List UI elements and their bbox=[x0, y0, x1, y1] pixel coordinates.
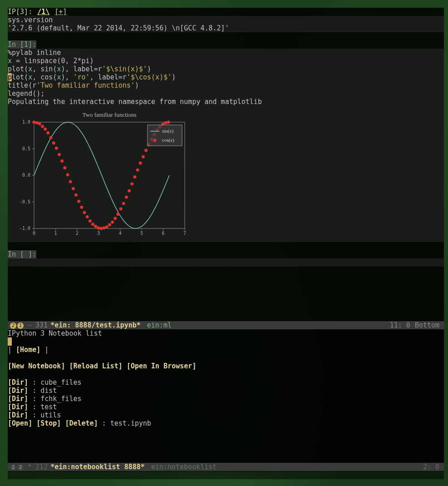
dir-label: [Dir] bbox=[8, 403, 28, 411]
svg-text:7: 7 bbox=[183, 231, 186, 236]
separator: — bbox=[24, 321, 35, 329]
svg-point-68 bbox=[144, 149, 148, 152]
separator: : bbox=[28, 378, 40, 387]
notebooklist-pane[interactable]: IPython 3 Notebook list | [Home] | [New … bbox=[8, 329, 444, 463]
svg-point-50 bbox=[94, 225, 97, 228]
svg-point-40 bbox=[66, 173, 69, 176]
output-text: '2.7.6 (default, Mar 22 2014, 22:59:56) … bbox=[8, 24, 444, 32]
reload-list-button[interactable]: [Reload List] bbox=[69, 362, 122, 370]
text-cursor bbox=[8, 337, 12, 346]
dir-name[interactable]: dist bbox=[40, 387, 57, 395]
code-line[interactable]: legend(); bbox=[8, 89, 444, 98]
cursor-position: 2: 0 bbox=[423, 463, 444, 471]
svg-point-44 bbox=[77, 200, 80, 203]
cursor-position: 11: 0 bbox=[390, 321, 415, 329]
svg-point-41 bbox=[69, 180, 72, 183]
code-line[interactable]: plot(x, sin(x), label=r'$\sin(x)$') bbox=[8, 65, 444, 73]
dir-name[interactable]: cube_files bbox=[40, 378, 81, 387]
major-mode: ein:ml bbox=[143, 321, 175, 329]
svg-text:4: 4 bbox=[119, 231, 122, 236]
tab-add-button[interactable]: [+] bbox=[54, 8, 67, 16]
svg-point-30 bbox=[38, 122, 41, 125]
svg-point-31 bbox=[41, 125, 44, 128]
svg-point-61 bbox=[125, 195, 128, 198]
svg-point-37 bbox=[58, 153, 61, 156]
svg-text:sin(x): sin(x) bbox=[162, 128, 173, 134]
dir-label: [Dir] bbox=[8, 395, 28, 403]
list-item[interactable]: [Dir] : dist bbox=[8, 387, 444, 395]
svg-point-67 bbox=[142, 155, 145, 159]
svg-text:Two familiar functions: Two familiar functions bbox=[83, 111, 137, 118]
dir-name[interactable]: fchk_files bbox=[40, 395, 81, 403]
scroll-position: Bottom bbox=[415, 321, 444, 329]
open-in-browser-button[interactable]: [Open In Browser] bbox=[127, 362, 197, 370]
delete-notebook-button[interactable]: [Delete] bbox=[65, 419, 98, 427]
svg-text:2: 2 bbox=[76, 231, 79, 236]
svg-point-59 bbox=[119, 207, 123, 210]
separator: : bbox=[28, 411, 40, 419]
new-notebook-button[interactable]: [New Notebook] bbox=[8, 362, 65, 370]
major-mode: ein:notebooklist bbox=[148, 463, 221, 471]
svg-point-63 bbox=[130, 182, 133, 185]
cell-in-label: In [1]: bbox=[8, 40, 36, 49]
status-indicator-icon: 2 bbox=[10, 464, 16, 471]
svg-point-45 bbox=[80, 206, 83, 209]
separator: : bbox=[28, 387, 40, 395]
svg-point-57 bbox=[113, 217, 117, 220]
dir-name[interactable]: utils bbox=[40, 411, 61, 419]
svg-text:3: 3 bbox=[97, 231, 100, 236]
buffer-name: *ein:notebooklist 8888* bbox=[48, 463, 148, 471]
statusbar-bottom: 22 * 212 *ein:notebooklist 8888* ein:not… bbox=[8, 463, 444, 471]
svg-text:0.5: 0.5 bbox=[22, 146, 30, 151]
notebook-filename[interactable]: test.ipynb bbox=[110, 419, 151, 427]
home-link[interactable]: [Home] bbox=[16, 346, 40, 354]
svg-text:cos(x): cos(x) bbox=[162, 137, 174, 143]
svg-point-75 bbox=[164, 121, 167, 124]
empty-cell[interactable] bbox=[8, 258, 444, 267]
output-text: sys.version bbox=[8, 16, 444, 24]
code-line[interactable]: title(r'Two familiar functions') bbox=[8, 81, 444, 89]
dir-label: [Dir] bbox=[8, 387, 28, 395]
dir-label: [Dir] bbox=[8, 378, 28, 387]
svg-point-53 bbox=[103, 226, 106, 229]
notebook-pane[interactable]: sys.version '2.7.6 (default, Mar 22 2014… bbox=[8, 16, 444, 321]
buffer-name: *ein: 8888/test.ipynb* bbox=[48, 321, 143, 329]
dir-name[interactable]: test bbox=[40, 403, 57, 411]
svg-text:1.0: 1.0 bbox=[22, 119, 30, 124]
svg-point-38 bbox=[60, 159, 64, 163]
line-count: 212 bbox=[35, 463, 48, 471]
plot-output: Two familiar functions01234567-1.0-0.50.… bbox=[8, 106, 444, 242]
minibuffer[interactable] bbox=[8, 471, 444, 479]
tab-active[interactable]: /1\ bbox=[37, 8, 49, 16]
svg-point-55 bbox=[108, 223, 111, 226]
list-item[interactable]: [Dir] : fchk_files bbox=[8, 395, 444, 403]
stop-notebook-button[interactable]: [Stop] bbox=[36, 419, 61, 427]
svg-text:0.0: 0.0 bbox=[22, 173, 30, 178]
svg-point-49 bbox=[91, 223, 94, 226]
status-indicator-icon: 1 bbox=[17, 322, 24, 329]
code-line[interactable]: %pylab inline bbox=[8, 49, 444, 57]
svg-point-58 bbox=[116, 213, 119, 216]
status-indicator-icon: 2 bbox=[10, 322, 16, 329]
code-line[interactable]: x = linspace(0, 2*pi) bbox=[8, 57, 444, 65]
svg-point-36 bbox=[55, 147, 58, 150]
svg-point-39 bbox=[63, 166, 66, 169]
svg-point-43 bbox=[74, 193, 78, 197]
svg-point-42 bbox=[72, 187, 75, 190]
svg-point-46 bbox=[83, 211, 86, 214]
statusbar-top: 21 — 331 *ein: 8888/test.ipynb* ein:ml 1… bbox=[8, 321, 444, 329]
svg-point-66 bbox=[139, 162, 142, 165]
code-line[interactable]: plot(x, cos(x), 'ro', label=r'$\cos(x)$'… bbox=[8, 73, 444, 81]
list-item[interactable]: [Dir] : test bbox=[8, 403, 444, 411]
open-notebook-button[interactable]: [Open] bbox=[8, 419, 32, 427]
svg-point-47 bbox=[86, 215, 89, 218]
line-count: 331 bbox=[35, 321, 48, 329]
svg-text:6: 6 bbox=[162, 231, 165, 236]
svg-point-62 bbox=[128, 189, 131, 192]
svg-point-48 bbox=[89, 219, 92, 223]
modified-indicator: * bbox=[24, 463, 35, 471]
svg-point-28 bbox=[33, 121, 36, 124]
list-item[interactable]: [Dir] : cube_files bbox=[8, 378, 444, 387]
list-item[interactable]: [Dir] : utils bbox=[8, 411, 444, 419]
breadcrumb: | [Home] | bbox=[8, 346, 444, 354]
